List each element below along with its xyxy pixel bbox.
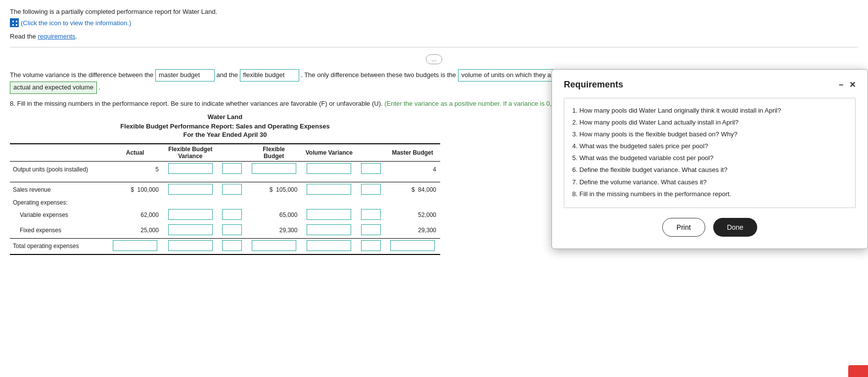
- flex-variance-variable-fav[interactable]: [218, 208, 246, 223]
- vol-variance-fixed-input-box[interactable]: [307, 224, 351, 235]
- done-button[interactable]: Done: [713, 218, 757, 237]
- total-vol-variance-fav-box[interactable]: [361, 240, 381, 251]
- flex-budget-output-input-box[interactable]: [252, 163, 296, 174]
- flex-variance-sales-input[interactable]: [163, 182, 218, 198]
- vol-variance-output-units-fav[interactable]: [357, 162, 385, 177]
- requirements-list: 1. How many pools did Water Land origina…: [572, 105, 847, 200]
- total-master-budget-input[interactable]: [385, 238, 440, 254]
- icon-link-text: (Click the icon to view the information.…: [21, 19, 131, 27]
- modal-close-button[interactable]: ✕: [849, 80, 856, 89]
- requirement-4: 4. What was the budgeted sales price per…: [572, 141, 847, 152]
- actual-output-units: 5: [107, 162, 163, 177]
- modal-title: Requirements: [564, 80, 623, 90]
- total-flex-budget-input-box[interactable]: [252, 240, 296, 251]
- flex-variance-output-units-fav[interactable]: [218, 162, 246, 177]
- vol-variance-output-fav-box[interactable]: [361, 163, 381, 174]
- requirements-box: 1. How many pools did Water Land origina…: [564, 98, 856, 208]
- master-budget-fixed: 29,300: [385, 223, 440, 239]
- fill-master-budget[interactable]: master budget: [155, 69, 215, 82]
- flex-variance-variable-fav-box[interactable]: [222, 209, 242, 220]
- table-row-total-expenses: Total operating expenses: [10, 238, 440, 254]
- flex-budget-output-units-input[interactable]: [246, 162, 302, 177]
- label-operating-expenses: Operating expenses:: [10, 198, 107, 208]
- requirement-8: 8. Fill in the missing numbers in the pe…: [572, 189, 847, 200]
- print-button[interactable]: Print: [662, 218, 705, 237]
- total-actual-input[interactable]: [107, 238, 163, 254]
- flex-variance-variable-input-box[interactable]: [168, 209, 213, 220]
- vol-variance-sales-input[interactable]: [301, 182, 357, 198]
- master-budget-variable: 52,000: [385, 208, 440, 223]
- modal-controls: − ✕: [839, 80, 856, 89]
- vol-variance-sales-fav-box[interactable]: [361, 184, 381, 195]
- report-section: Water Land Flexible Budget Performance R…: [10, 113, 440, 255]
- flex-variance-sales-fav[interactable]: [218, 182, 246, 198]
- submit-button[interactable]: [848, 365, 868, 377]
- flex-variance-output-units-input[interactable]: [163, 162, 218, 177]
- col-header-master-budget: Master Budget: [385, 144, 440, 162]
- requirement-5: 5. What was the budgeted variable cost p…: [572, 153, 847, 164]
- requirement-7: 7. Define the volume variance. What caus…: [572, 177, 847, 188]
- vol-variance-variable-fav-box[interactable]: [361, 209, 381, 220]
- vol-variance-variable-input[interactable]: [301, 208, 357, 223]
- icon-link[interactable]: (Click the icon to view the information.…: [10, 18, 131, 27]
- modal-minimize-button[interactable]: −: [839, 81, 843, 89]
- total-vol-variance-input[interactable]: [301, 238, 357, 254]
- table-row-fixed-expenses: Fixed expenses 25,000 29,300 29,300: [10, 223, 440, 239]
- vol-variance-fixed-fav[interactable]: [357, 223, 385, 239]
- flex-budget-variable: 65,000: [246, 208, 302, 223]
- requirement-2: 2. How many pools did Water Land actuall…: [572, 117, 847, 128]
- grid-icon: [10, 18, 19, 27]
- col-header-empty2: [218, 144, 246, 162]
- total-master-budget-input-box[interactable]: [390, 240, 435, 251]
- flex-variance-fixed-input[interactable]: [163, 223, 218, 239]
- requirement-6: 6. Define the flexible budget variance. …: [572, 165, 847, 175]
- spacer-row-1: [10, 177, 440, 182]
- flex-variance-fixed-input-box[interactable]: [168, 224, 213, 235]
- actual-variable-expenses: 62,000: [107, 208, 163, 223]
- requirements-modal: Requirements − ✕ 1. How many pools did W…: [551, 69, 868, 249]
- vol-variance-output-units-input[interactable]: [301, 162, 357, 177]
- label-sales-revenue: Sales revenue: [10, 182, 107, 198]
- table-row-variable-expenses: Variable expenses 62,000 65,000 52,000: [10, 208, 440, 223]
- total-vol-variance-input-box[interactable]: [307, 240, 351, 251]
- label-fixed-expenses: Fixed expenses: [10, 223, 107, 239]
- flex-variance-fixed-fav-box[interactable]: [222, 224, 242, 235]
- vol-variance-sales-input-box[interactable]: [307, 184, 351, 195]
- total-actual-input-box[interactable]: [113, 240, 157, 251]
- ellipsis-button[interactable]: ...: [426, 54, 442, 64]
- vol-variance-output-input-box[interactable]: [307, 163, 351, 174]
- total-vol-variance-fav[interactable]: [357, 238, 385, 254]
- flex-budget-sales: $ 105,000: [246, 182, 302, 198]
- fill-flexible-budget[interactable]: flexible budget: [240, 69, 299, 82]
- vol-variance-fixed-input[interactable]: [301, 223, 357, 239]
- total-flex-budget-input[interactable]: [246, 238, 302, 254]
- table-row-sales-revenue: Sales revenue $ 100,000 $ 105,000 $ 84,0…: [10, 182, 440, 198]
- master-budget-output-units: 4: [385, 162, 440, 177]
- total-flex-variance-input-box[interactable]: [168, 240, 213, 251]
- flex-variance-fixed-fav[interactable]: [218, 223, 246, 239]
- total-flex-variance-fav[interactable]: [218, 238, 246, 254]
- modal-header: Requirements − ✕: [564, 80, 856, 90]
- requirement-3: 3. How many pools is the flexible budget…: [572, 129, 847, 140]
- total-flex-variance-fav-box[interactable]: [222, 240, 242, 251]
- total-flex-variance-input[interactable]: [163, 238, 218, 254]
- vol-variance-fixed-fav-box[interactable]: [361, 224, 381, 235]
- table-row-operating-header: Operating expenses:: [10, 198, 440, 208]
- vol-variance-variable-fav[interactable]: [357, 208, 385, 223]
- flex-variance-sales-input-box[interactable]: [168, 184, 213, 195]
- requirements-link[interactable]: requirements: [38, 33, 75, 40]
- flex-variance-output-input-box[interactable]: [168, 163, 213, 174]
- intro-text: The following is a partially completed p…: [10, 8, 858, 15]
- label-variable-expenses: Variable expenses: [10, 208, 107, 223]
- vol-variance-sales-fav[interactable]: [357, 182, 385, 198]
- flex-variance-output-fav-box[interactable]: [222, 163, 242, 174]
- vol-variance-variable-input-box[interactable]: [307, 209, 351, 220]
- table-row-output-units: Output units (pools installed) 5 4: [10, 162, 440, 177]
- actual-fixed-expenses: 25,000: [107, 223, 163, 239]
- table-header-row: Actual Flexible BudgetVariance FlexibleB…: [10, 144, 440, 162]
- flex-variance-variable-input[interactable]: [163, 208, 218, 223]
- master-budget-sales: $ 84,000: [385, 182, 440, 198]
- col-header-empty3: [357, 144, 385, 162]
- fill-actual-expected[interactable]: actual and expected volume: [10, 82, 97, 94]
- flex-variance-sales-fav-box[interactable]: [222, 184, 242, 195]
